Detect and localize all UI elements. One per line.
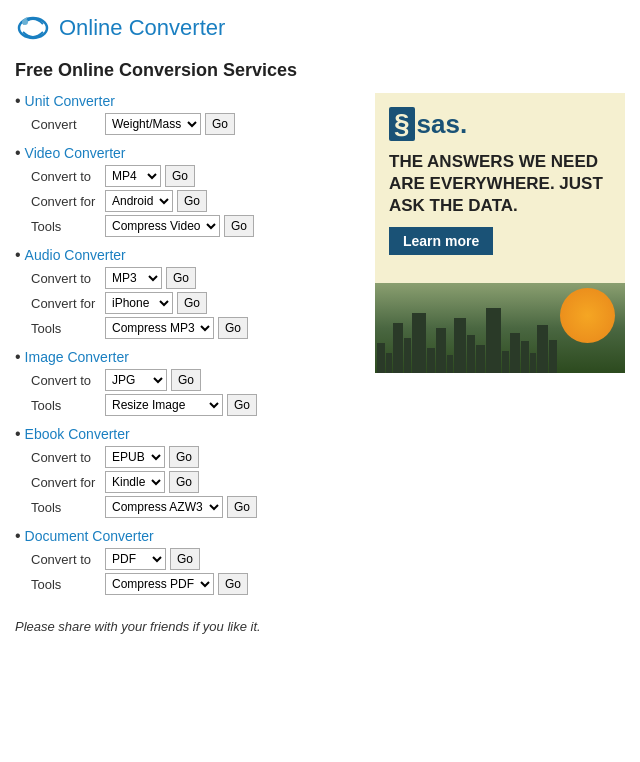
video-tools-go-button[interactable]: Go [224,215,254,237]
document-converter-section: • Document Converter Convert to PDFDOCDO… [15,528,359,595]
footer-note: Please share with your friends if you li… [15,619,625,634]
ad-logo-s: § [389,107,415,141]
ad-buildings-graphic [375,293,625,373]
image-to-go-button[interactable]: Go [171,369,201,391]
unit-convert-label: Convert [31,117,101,132]
ad-learn-more-button[interactable]: Learn more [389,227,493,255]
image-to-label: Convert to [31,373,101,388]
ebook-tools-row: Tools Compress AZW3Compress EPUBCompress… [31,496,359,518]
doc-to-go-button[interactable]: Go [170,548,200,570]
image-converter-link[interactable]: Image Converter [25,349,129,365]
ebook-to-go-button[interactable]: Go [169,446,199,468]
video-for-go-button[interactable]: Go [177,190,207,212]
video-tools-label: Tools [31,219,101,234]
video-converter-link[interactable]: Video Converter [25,145,126,161]
audio-to-select[interactable]: MP3WAVAACFLACOGG [105,267,162,289]
ebook-converter-section: • Ebook Converter Convert to EPUBMOBIPDF… [15,426,359,518]
unit-converter-link[interactable]: Unit Converter [25,93,115,109]
audio-to-row: Convert to MP3WAVAACFLACOGG Go [31,267,359,289]
unit-go-button[interactable]: Go [205,113,235,135]
video-to-label: Convert to [31,169,101,184]
image-to-select[interactable]: JPGPNGGIFBMPWEBP [105,369,167,391]
audio-converter-section: • Audio Converter Convert to MP3WAVAACFL… [15,247,359,339]
ad-logo-text: sas. [417,109,468,140]
audio-converter-link[interactable]: Audio Converter [25,247,126,263]
doc-to-label: Convert to [31,552,101,567]
converters-column: • Unit Converter Convert Weight/Mass Len… [15,93,359,605]
video-for-select[interactable]: AndroidiPhoneiPadPS4 [105,190,173,212]
bullet-ebook: • [15,426,21,442]
audio-tools-select[interactable]: Compress MP3Cut MP3Merge MP3 [105,317,214,339]
site-title: Online Converter [59,15,225,41]
main-layout: • Unit Converter Convert Weight/Mass Len… [15,93,625,605]
video-to-row: Convert to MP4AVIMOVMKVWMV Go [31,165,359,187]
video-to-go-button[interactable]: Go [165,165,195,187]
unit-convert-select[interactable]: Weight/Mass Length Volume Temperature Sp… [105,113,201,135]
doc-tools-select[interactable]: Compress PDFMerge PDFSplit PDF [105,573,214,595]
bullet-image: • [15,349,21,365]
video-converter-section: • Video Converter Convert to MP4AVIMOVMK… [15,145,359,237]
ebook-converter-link[interactable]: Ebook Converter [25,426,130,442]
image-to-row: Convert to JPGPNGGIFBMPWEBP Go [31,369,359,391]
doc-tools-label: Tools [31,577,101,592]
unit-convert-row: Convert Weight/Mass Length Volume Temper… [31,113,359,135]
ebook-tools-go-button[interactable]: Go [227,496,257,518]
doc-tools-go-button[interactable]: Go [218,573,248,595]
image-converter-section: • Image Converter Convert to JPGPNGGIFBM… [15,349,359,416]
document-converter-link[interactable]: Document Converter [25,528,154,544]
audio-for-label: Convert for [31,296,101,311]
video-tools-row: Tools Compress VideoCut VideoMerge Video… [31,215,359,237]
image-tools-go-button[interactable]: Go [227,394,257,416]
ebook-tools-label: Tools [31,500,101,515]
audio-tools-go-button[interactable]: Go [218,317,248,339]
unit-converter-section: • Unit Converter Convert Weight/Mass Len… [15,93,359,135]
doc-tools-row: Tools Compress PDFMerge PDFSplit PDF Go [31,573,359,595]
audio-tools-label: Tools [31,321,101,336]
ebook-for-go-button[interactable]: Go [169,471,199,493]
ebook-for-row: Convert for KindleiPadNookKobo Go [31,471,359,493]
audio-for-go-button[interactable]: Go [177,292,207,314]
doc-to-row: Convert to PDFDOCDOCXTXTHTML Go [31,548,359,570]
image-tools-label: Tools [31,398,101,413]
audio-for-row: Convert for iPhoneAndroidiPadPS4 Go [31,292,359,314]
doc-to-select[interactable]: PDFDOCDOCXTXTHTML [105,548,166,570]
ad-headline: THE ANSWERS WE NEED ARE EVERYWHERE. JUST… [389,151,611,217]
ad-logo: § sas. [389,107,611,141]
bullet-unit: • [15,93,21,109]
video-tools-select[interactable]: Compress VideoCut VideoMerge Video [105,215,220,237]
ebook-for-label: Convert for [31,475,101,490]
site-logo-icon [15,10,51,46]
audio-for-select[interactable]: iPhoneAndroidiPadPS4 [105,292,173,314]
header: Online Converter [15,10,625,46]
video-for-row: Convert for AndroidiPhoneiPadPS4 Go [31,190,359,212]
video-for-label: Convert for [31,194,101,209]
image-tools-select[interactable]: Resize ImageCompress ImageRotate Image [105,394,223,416]
audio-to-label: Convert to [31,271,101,286]
ebook-tools-select[interactable]: Compress AZW3Compress EPUBCompress MOBI [105,496,223,518]
audio-to-go-button[interactable]: Go [166,267,196,289]
ad-banner: § sas. THE ANSWERS WE NEED ARE EVERYWHER… [375,93,625,373]
ebook-to-select[interactable]: EPUBMOBIPDFAZW3 [105,446,165,468]
ebook-for-select[interactable]: KindleiPadNookKobo [105,471,165,493]
ebook-to-label: Convert to [31,450,101,465]
image-tools-row: Tools Resize ImageCompress ImageRotate I… [31,394,359,416]
page-title: Free Online Conversion Services [15,60,625,81]
bullet-audio: • [15,247,21,263]
advertisement-column: § sas. THE ANSWERS WE NEED ARE EVERYWHER… [375,93,625,373]
ebook-to-row: Convert to EPUBMOBIPDFAZW3 Go [31,446,359,468]
video-to-select[interactable]: MP4AVIMOVMKVWMV [105,165,161,187]
bullet-video: • [15,145,21,161]
bullet-document: • [15,528,21,544]
audio-tools-row: Tools Compress MP3Cut MP3Merge MP3 Go [31,317,359,339]
